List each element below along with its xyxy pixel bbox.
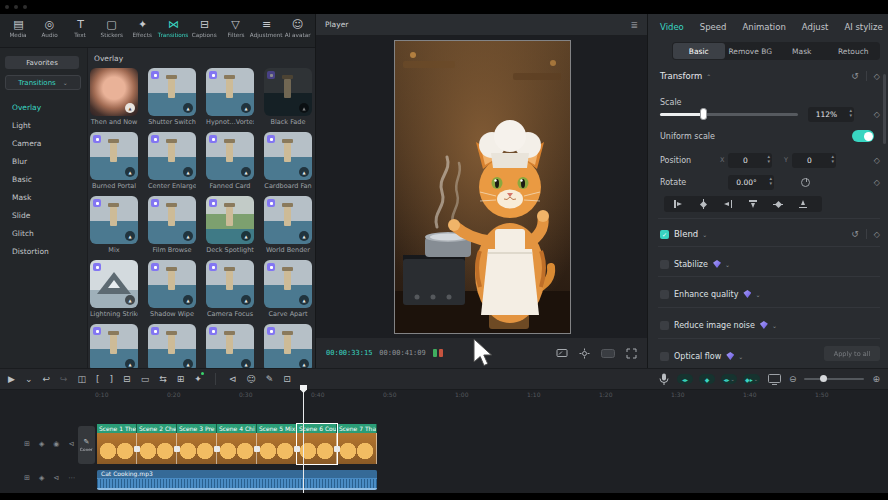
reduce-noise-checkbox[interactable] [660,321,669,330]
transition-item-mix[interactable]: Mix [90,196,138,255]
transition-item-film-browse[interactable]: Film Browse [148,196,196,255]
keyframe-icon[interactable]: ◇ [874,178,880,187]
aspect-ratio-icon[interactable] [556,348,568,358]
clip-scene-3-pre[interactable]: Scene 3 Pre [177,424,217,464]
transition-item-more[interactable] [90,324,138,368]
delete-icon[interactable]: ⊟ [123,374,131,384]
tab-stickers[interactable]: ▢Stickers [96,17,127,47]
trim-left-icon[interactable]: [ [96,374,100,384]
crop-icon[interactable]: ⊞ [177,374,185,384]
transition-item-black-fade[interactable]: Black Fade [264,68,312,127]
reset-blend-icon[interactable]: ↺ [851,229,859,239]
track-options-icon[interactable]: ⊞ [24,440,30,448]
chevron-down-icon[interactable]: ⌄ [725,261,730,268]
fullscreen-icon[interactable] [626,348,637,359]
tab-adjust[interactable]: Adjust [802,22,829,32]
tab-animation[interactable]: Animation [742,22,785,32]
clip-scene-2-che[interactable]: Scene 2 Che [137,424,177,464]
ai-character-icon[interactable]: ☺ [246,374,255,384]
video-preview[interactable] [394,40,571,334]
transition-item-more[interactable] [264,324,312,368]
favorites-button[interactable]: Favorites [5,56,79,69]
chevron-down-icon[interactable]: ⌄ [738,353,743,360]
lock-track-icon[interactable]: ◈ [39,474,44,482]
tab-adjustment[interactable]: ≡Adjustment [251,17,282,47]
clip-scene-1-the-s[interactable]: Scene 1 The S [97,424,137,464]
category-dropdown[interactable]: Transitions ⌄ [5,75,81,90]
preview-track-icon[interactable]: ◉ [53,440,59,448]
tab-media[interactable]: ▤Media [3,17,34,47]
zoom-in-icon[interactable]: ⊕ [872,374,880,384]
subtab-remove-bg[interactable]: Remove BG [725,43,777,59]
position-x-input[interactable]: 0 ▴▾ [728,153,772,168]
keyframe-prev-icon[interactable]: ◂▸ [677,374,693,384]
x-stepper[interactable]: ▴▾ [767,154,770,164]
transition-item-camera-focus[interactable]: Camera Focus [206,260,254,319]
keyframe-add-icon[interactable]: ◆ [699,374,715,384]
transition-marker[interactable] [134,446,140,452]
microphone-icon[interactable] [659,373,669,386]
sidebar-item-camera[interactable]: Camera [12,134,49,152]
align-left-icon[interactable] [673,199,683,209]
scale-slider[interactable] [660,113,798,116]
tab-filters[interactable]: ▽Filters [220,17,251,47]
cover-button[interactable]: ✎ Cover [78,426,95,464]
subtab-mask[interactable]: Mask [776,43,828,59]
marker-icon[interactable]: ◆▸⌄ [743,374,760,384]
transition-item-shadow-wipe[interactable]: Shadow Wipe [148,260,196,319]
reverse-icon[interactable]: ⇆ [159,374,167,384]
transition-marker[interactable] [214,446,220,452]
sidebar-item-overlay[interactable]: Overlay [12,98,49,116]
transition-item-hypnot-vortex[interactable]: Hypnot...Vortex [206,68,254,127]
chevron-down-icon[interactable]: ⌄ [772,322,777,329]
transition-item-lightning-strike[interactable]: Lightning Strike [90,260,138,319]
trim-right-icon[interactable]: ] [110,374,114,384]
undo-icon[interactable]: ↩ [42,374,50,384]
clip-scene-5-mix[interactable]: Scene 5 Mix [257,424,297,464]
zoom-slider-handle[interactable] [820,375,827,382]
tab-speed[interactable]: Speed [700,22,727,32]
select-dropdown-icon[interactable]: ⌄ [25,374,33,384]
sidebar-item-slide[interactable]: Slide [12,206,49,224]
center-horizontal-icon[interactable] [698,199,708,209]
tab-captions[interactable]: ⊟Captions [189,17,220,47]
audio-clip[interactable]: Cat Cooking.mp3 [97,470,377,490]
more-icon[interactable]: ⋯ [68,474,75,482]
apply-to-all-button[interactable]: Apply to all [824,346,880,361]
preview-monitor-icon[interactable] [768,374,781,385]
rotate-stepper[interactable]: ▴▾ [769,176,772,186]
sidebar-item-basic[interactable]: Basic [12,170,49,188]
transition-marker[interactable] [334,446,340,452]
resolution-badge[interactable] [601,349,615,358]
transition-item-cardboard-fan[interactable]: Cardboard Fan [264,132,312,191]
transition-item-carve-apart[interactable]: Carve Apart [264,260,312,319]
transition-item-shutter-switch[interactable]: Shutter Switch [148,68,196,127]
rotate-input[interactable]: 0.00° ▴▾ [728,175,774,190]
screen-record-icon[interactable]: ⊡ [283,374,291,384]
select-tool-icon[interactable]: ▶ [8,374,15,384]
optical-flow-checkbox[interactable] [660,352,669,361]
enhance-quality-checkbox[interactable] [660,290,669,299]
transition-item-center-enlarge[interactable]: Center Enlarge [148,132,196,191]
track-options-icon[interactable]: ⊞ [24,474,30,482]
clip-scene-4-chi[interactable]: Scene 4 Chi [217,424,257,464]
transition-item-burned-portal[interactable]: Burned Portal [90,132,138,191]
sidebar-item-blur[interactable]: Blur [12,152,49,170]
clip-scene-7-tha[interactable]: Scene 7 Tha [337,424,377,464]
chevron-down-icon[interactable]: ⌄ [755,291,760,298]
position-y-input[interactable]: 0 ▴▾ [792,153,836,168]
keyframe-icon[interactable]: ◇ [874,72,880,81]
tab-ai-avatar[interactable]: ☺AI avatar [282,17,313,47]
transition-item-more[interactable] [148,324,196,368]
keyframe-icon[interactable]: ◇ [874,156,880,165]
tab-text[interactable]: TText [65,17,96,47]
keyframe-icon[interactable]: ◇ [874,230,880,239]
stabilize-checkbox[interactable] [660,260,669,269]
tab-ai-stylize[interactable]: AI stylize [844,22,882,32]
tab-audio[interactable]: ◎Audio [34,17,65,47]
magic-tools-icon[interactable]: ✦ [194,374,202,384]
align-bottom-icon[interactable] [798,199,808,209]
subtab-basic[interactable]: Basic [673,43,725,59]
redo-icon[interactable]: ↪ [60,374,68,384]
zoom-out-icon[interactable]: ⊖ [789,374,797,384]
